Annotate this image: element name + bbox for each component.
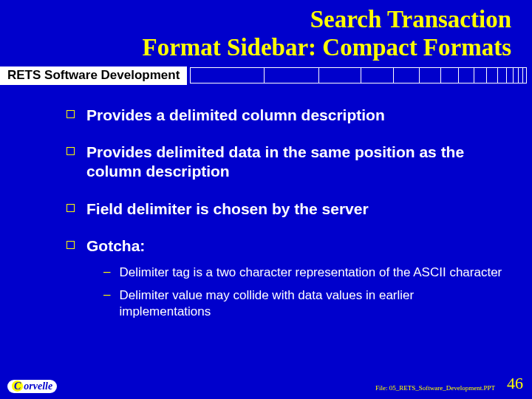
subtitle-bar: RETS Software Development bbox=[0, 66, 532, 85]
sub-bullet-item: – Delimiter value may collide with data … bbox=[103, 287, 502, 319]
footer: Corvelle File: 05_RETS_Software_Developm… bbox=[0, 375, 532, 395]
subtitle-box: RETS Software Development bbox=[0, 66, 187, 85]
square-bullet-icon bbox=[66, 204, 75, 212]
sub-bullet-item: – Delimiter tag is a two character repre… bbox=[103, 265, 502, 280]
bullet-item: Field delimiter is chosen by the server bbox=[66, 200, 502, 219]
square-bullet-icon bbox=[66, 241, 75, 249]
decorative-gradient-boxes bbox=[190, 67, 526, 83]
title-line-2: Format Sidebar: Compact Formats bbox=[143, 34, 511, 61]
logo-text: orvelle bbox=[24, 381, 52, 392]
content-area: Provides a delimited column description … bbox=[0, 85, 532, 319]
file-label: File: 05_RETS_Software_Development.PPT bbox=[375, 384, 495, 392]
sub-bullet-list: – Delimiter tag is a two character repre… bbox=[66, 265, 502, 319]
square-bullet-icon bbox=[66, 147, 75, 155]
square-bullet-icon bbox=[66, 110, 75, 118]
dash-bullet-icon: – bbox=[103, 287, 110, 302]
sub-bullet-text: Delimiter value may collide with data va… bbox=[119, 287, 502, 319]
dash-bullet-icon: – bbox=[103, 265, 110, 279]
bullet-text: Provides a delimited column description bbox=[86, 106, 385, 125]
bullet-text: Field delimiter is chosen by the server bbox=[86, 200, 369, 219]
bullet-text: Gotcha: bbox=[86, 236, 145, 256]
page-number: 46 bbox=[507, 374, 523, 393]
bullet-item: Provides a delimited column description bbox=[66, 106, 502, 125]
title-line-1: Search Transaction bbox=[310, 6, 511, 33]
bullet-item: Gotcha: bbox=[66, 236, 502, 256]
logo: Corvelle bbox=[7, 380, 57, 393]
sub-bullet-text: Delimiter tag is a two character represe… bbox=[119, 265, 502, 280]
logo-c-icon: C bbox=[12, 381, 23, 392]
slide-title: Search Transaction Format Sidebar: Compa… bbox=[0, 0, 532, 65]
bullet-text: Provides delimited data in the same posi… bbox=[86, 143, 502, 182]
bullet-item: Provides delimited data in the same posi… bbox=[66, 143, 502, 182]
